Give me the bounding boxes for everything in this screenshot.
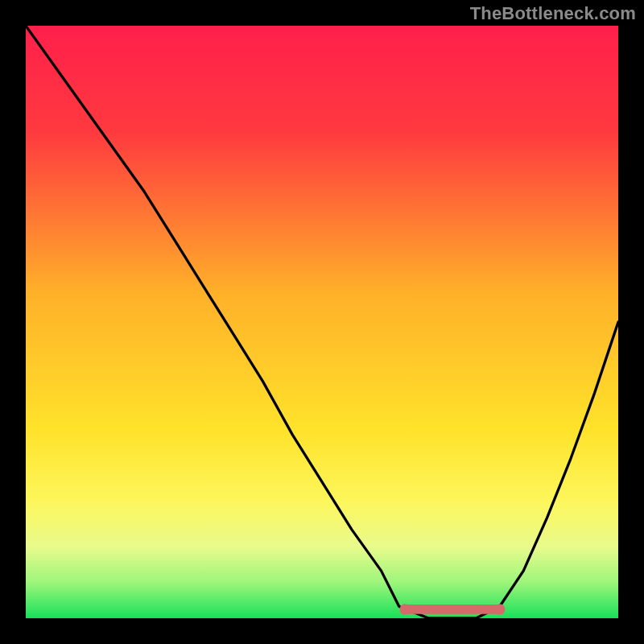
chart-frame: TheBottleneck.com	[0, 0, 644, 644]
curve-layer	[26, 26, 618, 618]
plot-area	[26, 26, 618, 618]
optimal-band-left-dot	[399, 604, 410, 614]
watermark: TheBottleneck.com	[470, 3, 636, 24]
optimal-band-right-dot	[494, 604, 505, 614]
bottleneck-curve	[26, 26, 618, 618]
